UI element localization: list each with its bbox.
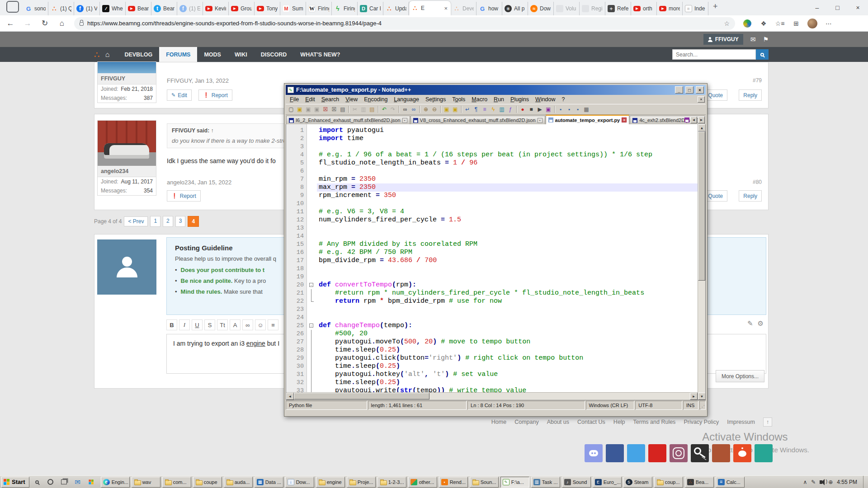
menu-encoding[interactable]: Encoding [361,95,391,103]
avatar[interactable] [98,62,156,73]
taskbar-search-icon[interactable] [31,477,43,488]
doc-tab[interactable]: V8_cross_Enhanced_exhaust_muff.sfxBlend2… [410,116,545,124]
menu-tools[interactable]: Tools [449,95,468,103]
browser-tab[interactable]: Firing [306,2,332,15]
search-button[interactable] [756,49,769,60]
indent-guide-icon[interactable]: ≡ [481,105,489,113]
taskbar-app-folder[interactable]: wav [132,477,160,488]
reply-button[interactable]: Reply [739,190,762,202]
address-bar[interactable]: https://www.beamng.com/threads/engine-so… [74,17,735,30]
alerts-flag-icon[interactable]: ⚑ [763,36,769,43]
url-text[interactable]: https://www.beamng.com/threads/engine-so… [87,20,720,27]
taskbar-app-beamng[interactable]: Bea... [685,477,714,488]
menu-language[interactable]: Language [391,95,422,103]
show-symbols-icon[interactable]: ¶ [472,105,480,113]
taskbar-app-task[interactable]: Task ... [531,477,560,488]
browser-tab[interactable]: (1) Q [48,2,74,15]
print-icon[interactable]: ▤ [339,105,347,113]
close-all-icon[interactable]: ☒ [330,105,338,113]
browser-tab[interactable]: how [476,2,502,15]
nav-home-icon[interactable]: ⌂ [105,51,110,59]
minimize-button[interactable]: – [807,0,827,15]
messages-value[interactable]: 354 [144,188,153,194]
npp-code-editor[interactable]: 1234567891011121314151617181920212223242… [286,124,706,400]
find-icon[interactable]: ∞ [401,105,409,113]
footer-link-privacy-policy[interactable]: Privacy Policy [684,419,719,425]
npp-doc-close-icon[interactable]: × [698,96,705,103]
strike-button[interactable]: S [204,319,215,330]
npp-minimize-button[interactable]: _ [675,86,683,94]
play-macro-icon[interactable]: ▶ [536,105,544,113]
scroll-to-top-button[interactable]: ↑ [763,418,772,427]
menu-edit[interactable]: Edit [302,95,318,103]
doc-tab-close-icon[interactable]: × [402,118,407,123]
footer-link-contact-us[interactable]: Contact Us [577,419,605,425]
zoom-in-icon[interactable]: ⊕ [422,105,430,113]
smilies-button[interactable]: ☺ [255,319,266,330]
search-input[interactable] [672,49,756,60]
taskbar-app-fl[interactable]: Rend... [439,477,468,488]
new-file-icon[interactable]: ▢ [287,105,295,113]
menu-view[interactable]: View [342,95,361,103]
cortana-icon[interactable] [45,477,57,488]
taskbar-app-sound[interactable]: Sound [562,477,591,488]
reddit-icon[interactable] [733,444,751,462]
menu-settings[interactable]: Settings [422,95,449,103]
taskbar-app-steam[interactable]: Steam [623,477,652,488]
instagram-icon[interactable] [670,444,688,462]
forward-button[interactable]: → [21,17,34,30]
maximize-button[interactable]: □ [827,0,848,15]
doc-tab-close-icon[interactable]: × [538,118,542,123]
more-options-button[interactable]: More Options... [716,370,764,382]
footer-link-terms-and-rules[interactable]: Terms and Rules [633,419,676,425]
reply-button[interactable]: Reply [739,89,762,101]
discord-icon[interactable] [585,444,603,462]
footer-link-company[interactable]: Company [514,419,539,425]
browser-tab[interactable]: Tony [255,2,280,15]
close-icon[interactable]: ☒ [321,105,330,113]
nav-item-wiki[interactable]: WIKI [228,47,254,62]
task-view-icon[interactable] [58,477,70,488]
browser-tab[interactable]: sono [23,2,48,15]
paste-icon[interactable]: ▤ [368,105,376,113]
show-desktop-button[interactable] [863,476,865,488]
taskbar-app-idm[interactable]: Dow... [285,477,314,488]
replace-icon[interactable]: ∞ [410,105,418,113]
profile-avatar[interactable] [807,18,818,29]
avatar[interactable] [98,121,156,166]
save-icon[interactable]: ▣ [304,105,312,113]
collections-icon[interactable]: ⊞ [790,18,802,29]
report-button[interactable]: ❗Report [198,89,232,101]
browser-tab[interactable]: Kevin [203,2,229,15]
doc-tab[interactable]: I6_2_Enhanced_exhaust_muff.sfxBlend2D.js… [286,116,410,124]
fold-margin[interactable]: –– [307,124,316,400]
browser-tab[interactable]: Refe [605,2,631,15]
vertical-scrollbar[interactable]: ▲ ▼ [698,124,705,400]
zoom-out-icon[interactable]: ⊖ [430,105,439,113]
pen-icon[interactable]: ✎ [811,479,816,485]
undo-icon[interactable]: ↶ [380,105,388,113]
taskbar-app-pics[interactable]: other... [408,477,437,488]
menu-plugins[interactable]: Plugins [507,95,532,103]
home-button[interactable]: ⌂ [55,17,69,30]
scroll-up-icon[interactable]: ▲ [698,124,706,131]
taskbar-app-folder[interactable]: com... [162,477,191,488]
browser-tab[interactable]: (1) E [177,2,203,15]
redo-icon[interactable]: ↷ [389,105,397,113]
new-tab-button[interactable]: + [713,2,718,11]
doc-tab[interactable]: automate_tempo_export.py× [546,115,630,124]
underline-button[interactable]: U [192,319,203,330]
taskbar-app-folder[interactable]: auda... [224,477,253,488]
npp-title-bar[interactable]: ✎ F:\automate_tempo_export.py - Notepad+… [286,85,706,95]
menu-file[interactable]: File [287,95,302,103]
tab-scroll-right-icon[interactable]: ► [698,117,705,123]
network-icon[interactable]: ⊕ [828,479,833,485]
taskbar-app-edge[interactable]: Engin... [101,477,130,488]
nav-item-mods[interactable]: MODS [197,47,228,62]
messages-value[interactable]: 387 [144,95,153,101]
twitter-icon[interactable] [627,444,645,462]
mail-icon[interactable]: ✉ [72,477,84,488]
browser-tab[interactable]: All p [502,2,528,15]
fold-collapse-icon[interactable]: – [309,324,313,328]
monitoring-icon[interactable]: ϟ [489,105,497,113]
